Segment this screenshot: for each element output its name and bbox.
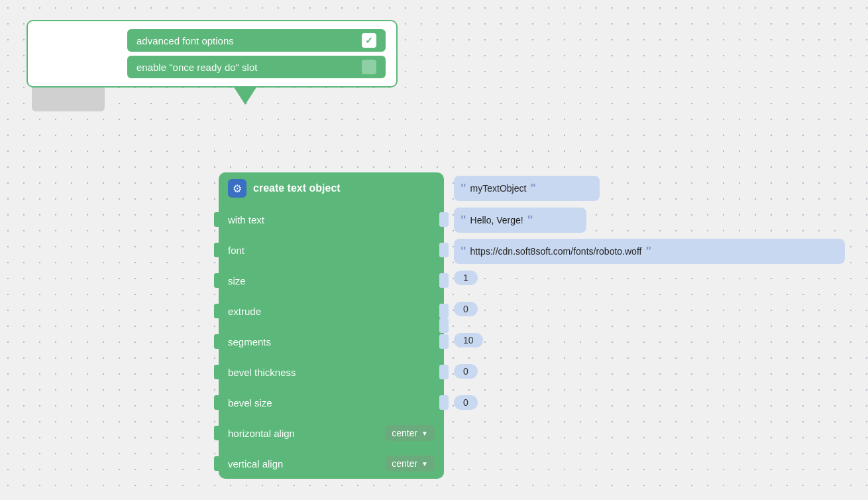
size-number-block[interactable]: 1	[454, 271, 478, 285]
segments-label: segments	[228, 336, 435, 347]
vertical-align-label: vertical align	[228, 458, 385, 469]
header-label: create text object	[253, 182, 341, 194]
bevel-thickness-row: bevel thickness	[219, 357, 444, 387]
create-text-object-block: ⚙ create text object with text font size…	[219, 172, 444, 479]
segments-connector	[439, 334, 449, 349]
extrude-row: extrude	[219, 296, 444, 326]
open-quote-icon3: "	[461, 245, 466, 259]
vertical-align-row: vertical align center ▼	[219, 448, 444, 479]
once-ready-checkbox[interactable]	[362, 60, 376, 74]
popup-options-block: advanced font options ✓ enable "once rea…	[27, 20, 398, 88]
header-right-connector	[439, 318, 449, 333]
font-url-value: https://cdn.soft8soft.com/fonts/roboto.w…	[470, 246, 642, 257]
extrude-connector	[439, 304, 449, 318]
bevel-size-label: bevel size	[228, 397, 435, 408]
bevel-size-number-block[interactable]: 0	[454, 395, 478, 410]
vertical-align-dropdown[interactable]: center ▼	[385, 456, 435, 471]
checkbox-check-icon: ✓	[365, 35, 373, 46]
gear-icon[interactable]: ⚙	[228, 179, 246, 198]
text-value: Hello, Verge!	[470, 215, 523, 225]
horizontal-align-value: center	[392, 428, 417, 438]
extrude-value: 0	[463, 304, 468, 314]
extrude-label: extrude	[228, 306, 435, 317]
font-connector	[439, 243, 449, 257]
font-label: font	[228, 245, 435, 256]
object-name-value: myTextObject	[470, 183, 527, 194]
horizontal-align-label: horizontal align	[228, 428, 385, 439]
advanced-font-options-row: advanced font options ✓	[127, 29, 386, 52]
size-label: size	[228, 275, 435, 286]
bevel-size-connector	[439, 395, 449, 410]
font-row: font	[219, 235, 444, 265]
size-connector	[439, 273, 449, 288]
bevel-thickness-label: bevel thickness	[228, 367, 435, 378]
bevel-size-row: bevel size	[219, 387, 444, 418]
segments-number-block[interactable]: 10	[454, 333, 483, 347]
segments-value: 10	[463, 335, 474, 345]
text-value-string-block: " Hello, Verge! "	[454, 208, 586, 233]
horizontal-align-arrow: ▼	[421, 430, 428, 437]
open-quote-icon2: "	[461, 214, 466, 227]
block-header-row: ⚙ create text object	[219, 172, 444, 204]
extrude-number-block[interactable]: 0	[454, 302, 478, 316]
close-quote-icon3: "	[645, 245, 651, 259]
with-text-connector	[439, 212, 449, 227]
horizontal-align-dropdown[interactable]: center ▼	[385, 425, 435, 441]
with-text-label: with text	[228, 214, 435, 225]
object-name-string-block: " myTextObject "	[454, 176, 600, 201]
font-url-string-block: " https://cdn.soft8soft.com/fonts/roboto…	[454, 239, 845, 264]
bevel-thickness-connector	[439, 365, 449, 379]
close-quote-icon2: "	[527, 214, 533, 227]
size-value: 1	[463, 273, 468, 283]
with-text-row: with text	[219, 204, 444, 235]
popup-inner: advanced font options ✓ enable "once rea…	[38, 29, 386, 78]
bevel-size-value: 0	[463, 397, 468, 408]
segments-row: segments	[219, 326, 444, 357]
close-quote-icon: "	[530, 182, 536, 196]
bevel-thickness-number-block[interactable]: 0	[454, 364, 478, 379]
vertical-align-value: center	[392, 458, 417, 469]
open-quote-icon: "	[461, 182, 466, 196]
bevel-thickness-value: 0	[463, 366, 468, 377]
horizontal-align-row: horizontal align center ▼	[219, 418, 444, 448]
size-row: size	[219, 265, 444, 296]
vertical-align-arrow: ▼	[421, 460, 428, 468]
advanced-font-options-checkbox[interactable]: ✓	[362, 33, 376, 48]
once-ready-label: enable "once ready do" slot	[136, 62, 355, 73]
advanced-font-options-label: advanced font options	[136, 35, 355, 46]
once-ready-row: enable "once ready do" slot	[127, 56, 386, 78]
